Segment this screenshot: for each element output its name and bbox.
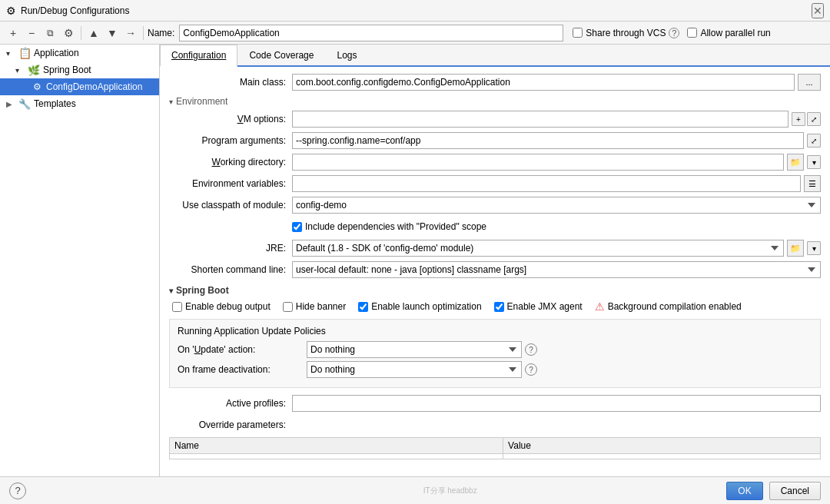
- move-button[interactable]: →: [122, 25, 139, 41]
- tab-logs[interactable]: Logs: [325, 45, 368, 67]
- vm-options-label: VM options:: [169, 114, 292, 124]
- jre-browse-button[interactable]: 📁: [787, 240, 804, 257]
- sidebar-item-templates[interactable]: ▶ 🔧 Templates: [0, 95, 159, 112]
- sidebar-item-label-templates: Templates: [34, 98, 76, 109]
- on-frame-label: On frame deactivation:: [178, 364, 300, 375]
- jre-select[interactable]: Default (1.8 - SDK of 'config-demo' modu…: [292, 240, 784, 257]
- on-frame-select-wrap: Do nothing Update classes and resources …: [307, 361, 537, 378]
- allow-parallel-checkbox[interactable]: [687, 28, 697, 38]
- share-vcs-option: Share through VCS ?: [573, 28, 679, 38]
- vm-options-input[interactable]: [292, 111, 788, 128]
- cancel-button[interactable]: Cancel: [769, 482, 821, 500]
- vm-options-expand-button[interactable]: +: [792, 112, 805, 126]
- include-deps-wrap: Include dependencies with "Provided" sco…: [292, 221, 486, 232]
- watermark: IT分享 headbbz: [180, 486, 720, 496]
- vm-options-buttons: + ⤢: [792, 112, 821, 126]
- main-class-input-wrap: ...: [292, 74, 821, 91]
- env-vars-browse-button[interactable]: ☰: [804, 175, 821, 192]
- tab-code-coverage[interactable]: Code Coverage: [237, 45, 325, 67]
- table-row: [170, 454, 821, 459]
- override-params-label: Override parameters:: [169, 419, 292, 430]
- templates-icon: 🔧: [18, 98, 31, 110]
- jre-row: JRE: Default (1.8 - SDK of 'config-demo'…: [169, 239, 821, 257]
- add-button[interactable]: +: [5, 25, 22, 41]
- vm-options-input-wrap: + ⤢: [292, 111, 821, 128]
- main-layout: ▾ 📋 Application ▾ 🌿 Spring Boot ⚙ Config…: [0, 45, 830, 476]
- spring-boot-section-header: ▾ Spring Boot: [169, 285, 821, 296]
- update-policies-title: Running Application Update Policies: [178, 326, 812, 337]
- close-button[interactable]: ✕: [812, 3, 824, 18]
- program-args-expand-button[interactable]: ⤢: [807, 134, 821, 148]
- share-vcs-checkbox[interactable]: [573, 28, 583, 38]
- enable-jmx-label: Enable JMX agent: [507, 301, 583, 312]
- params-table-name-cell: [170, 454, 503, 459]
- jre-expand-button[interactable]: ▾: [807, 241, 821, 255]
- include-deps-checkbox[interactable]: [292, 222, 302, 232]
- on-update-label: On 'Update' action:: [178, 344, 300, 355]
- help-button[interactable]: ?: [9, 482, 26, 499]
- config-demo-icon: ⚙: [31, 81, 43, 93]
- include-deps-label: Include dependencies with "Provided" sco…: [305, 221, 486, 232]
- program-args-label: Program arguments:: [169, 135, 292, 146]
- down-button[interactable]: ▼: [104, 25, 121, 41]
- settings-button[interactable]: ⚙: [60, 25, 77, 41]
- program-args-input[interactable]: [292, 132, 804, 149]
- working-dir-input[interactable]: [292, 154, 784, 171]
- params-table-name-header: Name: [170, 438, 503, 454]
- bottom-bar: ? IT分享 headbbz OK Cancel: [0, 476, 830, 504]
- expand-arrow-application: ▾: [6, 49, 15, 58]
- on-frame-select[interactable]: Do nothing Update classes and resources: [307, 361, 522, 378]
- toolbar: + − ⧉ ⚙ ▲ ▼ → Name: Share through VCS ? …: [0, 22, 830, 45]
- ok-button[interactable]: OK: [726, 482, 762, 500]
- shorten-cmd-select[interactable]: user-local default: none - java [options…: [292, 261, 821, 278]
- tabs-bar: Configuration Code Coverage Logs: [160, 45, 830, 67]
- sidebar-item-label-spring-boot: Spring Boot: [43, 65, 91, 75]
- enable-jmx-checkbox[interactable]: [494, 302, 504, 312]
- expand-arrow-spring-boot: ▾: [15, 66, 25, 75]
- shorten-cmd-label: Shorten command line:: [169, 264, 292, 275]
- active-profiles-input[interactable]: [292, 395, 821, 412]
- enable-debug-label: Enable debug output: [185, 301, 271, 312]
- name-label: Name:: [148, 28, 174, 38]
- on-update-help-icon[interactable]: ?: [525, 343, 537, 356]
- enable-launch-label: Enable launch optimization: [371, 301, 481, 312]
- override-params-row: Override parameters:: [169, 416, 821, 434]
- active-profiles-input-wrap: [292, 395, 821, 412]
- tab-code-coverage-label: Code Coverage: [249, 50, 314, 61]
- sidebar-item-config-demo[interactable]: ⚙ ConfigDemoApplication: [0, 78, 159, 95]
- window-icon: ⚙: [6, 5, 16, 17]
- vm-options-fullscreen-button[interactable]: ⤢: [807, 112, 821, 126]
- classpath-label: Use classpath of module:: [169, 200, 292, 211]
- remove-button[interactable]: −: [23, 25, 40, 41]
- on-frame-help-icon[interactable]: ?: [525, 363, 537, 376]
- hide-banner-checkbox[interactable]: [283, 302, 293, 312]
- enable-launch-checkbox[interactable]: [358, 302, 368, 312]
- share-vcs-help-icon[interactable]: ?: [669, 28, 679, 38]
- sidebar: ▾ 📋 Application ▾ 🌿 Spring Boot ⚙ Config…: [0, 45, 160, 476]
- help-icon: ?: [15, 485, 20, 496]
- vm-options-row: VM options: + ⤢: [169, 110, 821, 128]
- main-class-row: Main class: ...: [169, 73, 821, 91]
- env-vars-input[interactable]: [292, 175, 801, 192]
- enable-launch-option: Enable launch optimization: [358, 301, 481, 312]
- title-bar: ⚙ Run/Debug Configurations ✕: [0, 0, 830, 22]
- sidebar-item-application[interactable]: ▾ 📋 Application: [0, 45, 159, 61]
- enable-debug-checkbox[interactable]: [172, 302, 182, 312]
- classpath-select[interactable]: config-demo: [292, 197, 821, 214]
- up-button[interactable]: ▲: [85, 25, 102, 41]
- main-class-browse-button[interactable]: ...: [798, 74, 821, 91]
- sidebar-item-spring-boot[interactable]: ▾ 🌿 Spring Boot: [0, 61, 159, 78]
- spring-boot-section-label: Spring Boot: [176, 285, 229, 296]
- active-profiles-row: Active profiles:: [169, 394, 821, 413]
- tab-configuration-label: Configuration: [171, 50, 226, 61]
- name-input[interactable]: [179, 25, 563, 41]
- copy-button[interactable]: ⧉: [42, 25, 58, 41]
- form-content: Main class: ... ▾ Environment VM options…: [160, 67, 830, 466]
- program-args-row: Program arguments: ⤢: [169, 131, 821, 150]
- working-dir-browse-button[interactable]: 📁: [787, 154, 804, 171]
- content-area: Configuration Code Coverage Logs Main cl…: [160, 45, 830, 476]
- main-class-input[interactable]: [292, 74, 795, 91]
- working-dir-expand-button[interactable]: ▾: [807, 155, 821, 169]
- tab-configuration[interactable]: Configuration: [160, 45, 237, 67]
- on-update-select[interactable]: Do nothing Update classes and resources …: [307, 341, 522, 358]
